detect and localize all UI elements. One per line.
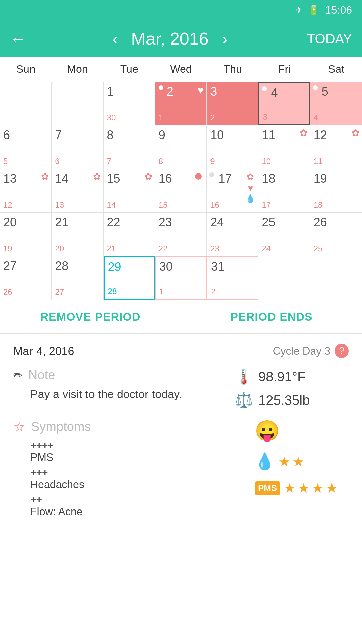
cal-date: 12 (314, 128, 327, 142)
cal-cell-mar8[interactable]: 8 7 (104, 125, 155, 169)
cal-cell-mar10[interactable]: 10 9 (207, 125, 258, 169)
cal-cell-mar24[interactable]: 24 23 (207, 213, 258, 256)
cal-cell-mar15[interactable]: 15 ✿ 14 (104, 169, 155, 213)
cal-cell-mar7[interactable]: 7 6 (52, 125, 103, 169)
metrics-section: 🌡️ 98.91°F ⚖️ 125.35lb (235, 368, 349, 409)
cal-cycle: 8 (159, 157, 163, 166)
cal-cell-mar12[interactable]: 12 ✿ 11 (310, 125, 362, 169)
edit-icon[interactable]: ✏ (13, 369, 23, 382)
pms-stars: ★ ★ ★ ★ (284, 480, 338, 496)
cal-cycle: 24 (262, 244, 271, 253)
cal-cycle: 19 (3, 244, 12, 253)
cal-cell-mar30[interactable]: 30 1 (155, 256, 207, 300)
cal-cycle: 21 (107, 244, 116, 253)
cal-cycle: 15 (159, 200, 168, 210)
status-time: 15:06 (325, 4, 352, 16)
cal-date: 25 (262, 215, 275, 229)
cal-cell-mar9[interactable]: 9 8 (155, 125, 207, 169)
heart-icon: ♥ (248, 183, 253, 193)
symptom-plus: +++ (30, 467, 245, 478)
cal-cell-mar28[interactable]: 28 27 (52, 256, 103, 300)
cal-date: 8 (107, 128, 114, 142)
cal-cell-mar1[interactable]: 1 30 (104, 82, 155, 125)
cal-date: 29 (108, 260, 121, 274)
cal-date: 11 (262, 128, 275, 142)
cycle-day-help-button[interactable]: ? (335, 344, 349, 358)
symptoms-left: ☆ Symptoms ++++ PMS +++ Headaches ++ Flo… (13, 419, 245, 521)
star-2: ★ (292, 454, 304, 469)
period-ends-button[interactable]: PERIOD ENDS (181, 300, 362, 333)
cal-cell-mar18[interactable]: 18 17 (258, 169, 310, 213)
cal-cell-mar23[interactable]: 23 22 (155, 213, 207, 256)
note-header: ✏ Note (13, 368, 221, 382)
cal-cell-mar17[interactable]: 17 ✿ ♥ 💧 16 (207, 169, 258, 213)
cal-cell-mar26[interactable]: 26 25 (310, 213, 362, 256)
cal-date: 27 (3, 259, 17, 273)
weight-icon: ⚖️ (235, 391, 253, 409)
cal-cycle: 3 (263, 112, 267, 122)
cal-cycle: 2 (210, 113, 215, 122)
symptom-name: PMS (30, 451, 245, 464)
action-buttons: REMOVE PERIOD PERIOD ENDS (0, 300, 362, 334)
temperature-row[interactable]: 🌡️ 98.91°F (235, 368, 349, 385)
symptoms-container: ☆ Symptoms ++++ PMS +++ Headaches ++ Flo… (13, 419, 349, 521)
cal-cell-empty-2 (52, 82, 103, 125)
mood-emoji: 😛 (255, 419, 280, 443)
period-dot-pink (195, 173, 202, 180)
star-2: ★ (298, 480, 310, 496)
weight-row[interactable]: ⚖️ 125.35lb (235, 391, 349, 409)
symptom-flow-acne: ++ Flow: Acne (13, 494, 245, 518)
next-month-button[interactable]: › (222, 30, 228, 48)
cal-cell-mar22[interactable]: 22 21 (104, 213, 155, 256)
back-button[interactable]: ← (10, 30, 26, 48)
cal-cell-mar2[interactable]: 2 ♥ 1 (155, 82, 207, 125)
cal-cell-mar19[interactable]: 19 18 (310, 169, 362, 213)
cal-cycle: 9 (210, 157, 215, 166)
cal-date: 21 (55, 215, 68, 229)
cal-cell-mar16[interactable]: 16 15 (155, 169, 207, 213)
cal-cycle: 18 (314, 200, 323, 210)
cal-cycle: 4 (314, 113, 318, 122)
cal-cell-empty-4 (310, 256, 362, 300)
cal-cell-mar4[interactable]: 4 3 (258, 82, 310, 125)
cal-cell-empty-1 (0, 82, 52, 125)
cal-cell-empty-3 (258, 256, 310, 300)
cal-date: 18 (262, 172, 275, 185)
cal-cycle: 7 (107, 157, 111, 166)
cal-cell-mar25[interactable]: 25 24 (258, 213, 310, 256)
month-title: Mar, 2016 (131, 29, 208, 49)
cal-date: 15 (107, 172, 120, 185)
cal-cycle: 12 (3, 200, 12, 210)
cal-cell-mar3[interactable]: 3 2 (207, 82, 258, 125)
remove-period-button[interactable]: REMOVE PERIOD (0, 300, 181, 333)
cal-cycle: 11 (314, 157, 323, 166)
star-1: ★ (278, 454, 290, 469)
cal-cell-mar20[interactable]: 20 19 (0, 213, 52, 256)
cal-date: 20 (3, 215, 17, 229)
blood-drop-icon: 💧 (255, 452, 275, 471)
cal-date: 22 (107, 215, 120, 229)
today-button[interactable]: TODAY (307, 31, 352, 46)
prev-month-button[interactable]: ‹ (112, 30, 118, 48)
symptoms-header: ☆ Symptoms (13, 419, 245, 434)
symptoms-label: Symptoms (31, 420, 91, 434)
day-header-sat: Sat (310, 57, 362, 82)
cal-cycle: 13 (55, 200, 64, 210)
cal-cell-mar13[interactable]: 13 ✿ 12 (0, 169, 52, 213)
cal-cell-mar5[interactable]: 5 4 (310, 82, 362, 125)
cal-cell-mar6[interactable]: 6 5 (0, 125, 52, 169)
cal-cell-mar27[interactable]: 27 26 (0, 256, 52, 300)
cal-cell-mar14[interactable]: 14 ✿ 13 (52, 169, 103, 213)
note-label: Note (28, 368, 55, 382)
cal-cell-mar31[interactable]: 31 2 (207, 256, 258, 300)
symptoms-right: 😛 💧 ★ ★ PMS ★ ★ ★ ★ (255, 419, 349, 496)
drop-icon: 💧 (245, 194, 255, 203)
airplane-icon: ✈ (295, 5, 303, 16)
cal-date: 30 (159, 260, 173, 273)
cal-cell-mar11[interactable]: 11 ✿ 10 (258, 125, 310, 169)
cal-cell-mar21[interactable]: 21 20 (52, 213, 103, 256)
cal-cycle: 30 (107, 113, 116, 122)
cal-cycle: 28 (108, 287, 117, 296)
cal-cell-mar29[interactable]: 29 28 (104, 256, 155, 300)
cal-date: 9 (159, 128, 165, 142)
